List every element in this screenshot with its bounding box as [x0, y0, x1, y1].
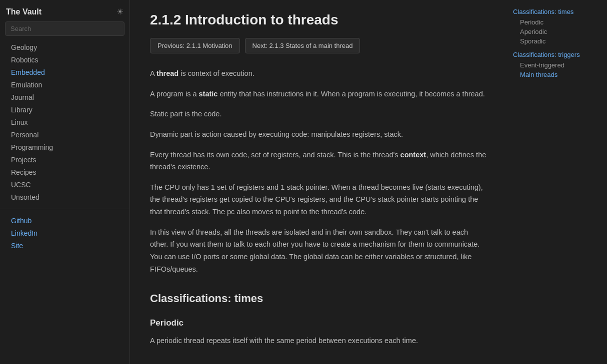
sidebar-item-programming[interactable]: Programming — [3, 141, 126, 153]
sidebar-link-github[interactable]: Github — [3, 215, 126, 227]
prev-button[interactable]: Previous: 2.1.1 Motivation — [150, 38, 240, 53]
sidebar: The Vault ☀ GeologyRoboticsEmbeddedEmula… — [0, 0, 130, 364]
paragraph-5: Every thread has its own code, set of re… — [150, 149, 487, 173]
main-content: 2.1.2 Introduction to threads Previous: … — [130, 0, 507, 364]
toc-item[interactable]: Aperiodic — [513, 28, 601, 35]
toc-item[interactable]: Periodic — [513, 18, 601, 26]
sidebar-item-emulation[interactable]: Emulation — [3, 79, 126, 91]
sidebar-link-linkedin[interactable]: LinkedIn — [3, 227, 126, 239]
sidebar-item-linux[interactable]: Linux — [3, 116, 126, 128]
paragraph-6: The CPU only has 1 set of registers and … — [150, 181, 487, 218]
paragraph-4: Dynamic part is action caused by executi… — [150, 128, 487, 141]
sidebar-nav: GeologyRoboticsEmbeddedEmulationJournalL… — [0, 41, 130, 204]
toc-group: Classifications: timesPeriodicAperiodicS… — [513, 8, 601, 45]
sidebar-link-site[interactable]: Site — [3, 240, 126, 252]
sidebar-links: GithubLinkedInSite — [0, 214, 130, 252]
table-of-contents: Classifications: timesPeriodicAperiodicS… — [507, 0, 607, 364]
sidebar-item-geology[interactable]: Geology — [3, 41, 126, 53]
sidebar-item-recipes[interactable]: Recipes — [3, 166, 126, 178]
sidebar-header: The Vault ☀ — [0, 4, 130, 21]
paragraph-1: A thread is context of execution. — [150, 67, 487, 80]
paragraph-2: A program is a static entity that has in… — [150, 88, 487, 100]
toc-item[interactable]: Main threads — [513, 71, 601, 78]
toc-heading[interactable]: Classifications: triggers — [513, 51, 601, 58]
sub-heading: Periodic — [150, 316, 487, 331]
page-title: 2.1.2 Introduction to threads — [150, 12, 487, 28]
toc-group: Classifications: triggersEvent-triggered… — [513, 51, 601, 78]
next-button[interactable]: Next: 2.1.3 States of a main thread — [245, 38, 360, 53]
toc-item[interactable]: Event-triggered — [513, 61, 601, 69]
section-heading: Classifications: times — [150, 289, 487, 308]
sidebar-item-ucsc[interactable]: UCSC — [3, 179, 126, 191]
gear-icon[interactable]: ☀ — [116, 7, 124, 16]
sidebar-title: The Vault — [6, 7, 42, 16]
sidebar-item-embedded[interactable]: Embedded — [3, 66, 126, 78]
sidebar-item-journal[interactable]: Journal — [3, 91, 126, 103]
sidebar-item-projects[interactable]: Projects — [3, 154, 126, 166]
sidebar-divider — [0, 209, 130, 209]
sidebar-item-personal[interactable]: Personal — [3, 129, 126, 141]
search-input[interactable] — [5, 21, 124, 36]
nav-buttons: Previous: 2.1.1 Motivation Next: 2.1.3 S… — [150, 38, 487, 53]
content-body: A thread is context of execution. A prog… — [150, 67, 487, 347]
periodic-text: A periodic thread repeats itself with th… — [150, 335, 487, 347]
sidebar-item-unsorted[interactable]: Unsorted — [3, 191, 126, 203]
toc-heading[interactable]: Classifications: times — [513, 8, 601, 15]
toc-item[interactable]: Sporadic — [513, 37, 601, 45]
paragraph-3: Static part is the code. — [150, 108, 487, 120]
paragraph-7: In this view of threads, all the threads… — [150, 226, 487, 276]
sidebar-item-library[interactable]: Library — [3, 104, 126, 116]
sidebar-item-robotics[interactable]: Robotics — [3, 54, 126, 66]
